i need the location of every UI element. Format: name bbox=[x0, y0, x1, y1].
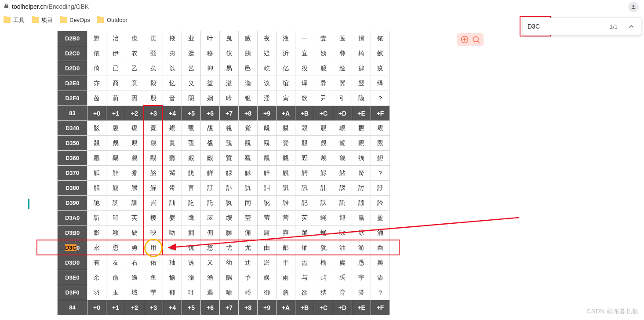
char-cell: 託 bbox=[201, 196, 220, 211]
char-cell: 訠 bbox=[352, 196, 371, 211]
char-cell: 永 bbox=[87, 240, 106, 255]
char-cell: 觮 bbox=[314, 166, 333, 181]
char-cell: 游 bbox=[352, 240, 371, 255]
char-cell: 恿 bbox=[106, 240, 125, 255]
char-cell: 觟 bbox=[106, 166, 125, 181]
char-cell: 裔 bbox=[106, 76, 125, 91]
bookmark-outdoor[interactable]: Outdoor bbox=[97, 17, 127, 23]
char-cell: 愚 bbox=[352, 255, 371, 270]
char-cell: 由 bbox=[258, 240, 277, 255]
lock-icon bbox=[4, 3, 9, 10]
char-cell: 右 bbox=[125, 255, 144, 270]
url-text[interactable]: toolhelper.cn/Encoding/GBK bbox=[12, 3, 89, 10]
char-cell: 觨 bbox=[220, 166, 239, 181]
char-cell: 予 bbox=[239, 270, 258, 285]
char-cell: ? bbox=[371, 166, 390, 181]
find-prev-button[interactable] bbox=[626, 21, 637, 32]
char-cell: 訃 bbox=[220, 181, 239, 196]
col-header: +2 bbox=[125, 106, 144, 121]
find-input[interactable] bbox=[528, 23, 605, 30]
row-header: D2B0 bbox=[58, 31, 87, 46]
char-cell: 应 bbox=[201, 211, 220, 225]
char-cell: 谊 bbox=[277, 76, 295, 91]
char-cell: 依 bbox=[87, 46, 106, 61]
col-header: +8 bbox=[239, 106, 258, 121]
char-cell: 觬 bbox=[277, 166, 295, 181]
char-cell: 訟 bbox=[333, 196, 352, 211]
char-cell: 咏 bbox=[333, 225, 352, 240]
char-cell: 觭 bbox=[295, 166, 314, 181]
svg-point-3 bbox=[473, 36, 478, 42]
gbk-table: D2B0野冶也页掖业叶曳腋夜液一壹医揖铱D2C0依伊衣颐夷遗移仪胰疑沂宜姨彝椅蚁… bbox=[57, 31, 390, 315]
char-cell: 訂 bbox=[201, 181, 220, 196]
char-cell: 泳 bbox=[352, 225, 371, 240]
char-cell: 益 bbox=[201, 76, 220, 91]
char-cell: 用 bbox=[144, 240, 163, 255]
char-cell: 仪 bbox=[220, 46, 239, 61]
char-cell: 银 bbox=[239, 91, 258, 106]
col-header: +9 bbox=[258, 106, 277, 121]
char-cell: 狱 bbox=[314, 285, 333, 300]
char-cell: 覑 bbox=[106, 121, 125, 136]
char-cell: 亦 bbox=[87, 76, 106, 91]
char-cell: 宜 bbox=[295, 46, 314, 61]
char-cell: 友 bbox=[106, 255, 125, 270]
char-cell: 覭 bbox=[258, 136, 277, 151]
bookmark-tools[interactable]: 工具 bbox=[4, 16, 25, 24]
char-cell: 訖 bbox=[182, 196, 201, 211]
char-cell: 覤 bbox=[106, 136, 125, 151]
char-cell: 雨 bbox=[277, 270, 295, 285]
char-cell: 艺 bbox=[182, 61, 201, 76]
char-cell: 樱 bbox=[144, 211, 163, 225]
char-cell: 遗 bbox=[182, 46, 201, 61]
char-cell: 有 bbox=[87, 255, 106, 270]
char-cell: 訞 bbox=[314, 196, 333, 211]
char-cell: 翼 bbox=[333, 76, 352, 91]
char-cell: 以 bbox=[163, 61, 182, 76]
char-cell: 峪 bbox=[239, 285, 258, 300]
char-cell: 肄 bbox=[352, 61, 371, 76]
col-header: +1 bbox=[106, 106, 125, 121]
char-cell: 姻 bbox=[201, 91, 220, 106]
char-cell: 吁 bbox=[182, 285, 201, 300]
char-cell: 屹 bbox=[258, 61, 277, 76]
char-cell: 影 bbox=[87, 225, 106, 240]
char-cell: 茵 bbox=[87, 91, 106, 106]
page-tool-overlay[interactable] bbox=[457, 33, 484, 46]
char-cell: 覠 bbox=[352, 121, 371, 136]
char-cell: 阴 bbox=[182, 91, 201, 106]
char-cell: 芋 bbox=[144, 285, 163, 300]
char-cell: 也 bbox=[125, 31, 144, 46]
char-cell: 野 bbox=[87, 31, 106, 46]
char-cell: 殷 bbox=[144, 91, 163, 106]
char-cell: 覱 bbox=[333, 136, 352, 151]
char-cell: 伊 bbox=[106, 46, 125, 61]
char-cell: 佣 bbox=[201, 225, 220, 240]
char-cell: 訊 bbox=[295, 181, 314, 196]
watermark: CSDN @东暮长歌 bbox=[586, 308, 639, 316]
char-cell: 吟 bbox=[220, 91, 239, 106]
char-cell: 踊 bbox=[295, 225, 314, 240]
char-cell: 已 bbox=[106, 61, 125, 76]
char-cell: 蚁 bbox=[371, 46, 390, 61]
char-cell: 英 bbox=[125, 211, 144, 225]
col-header: +8 bbox=[239, 300, 258, 315]
bookmark-devops[interactable]: DevOps bbox=[60, 17, 90, 23]
char-cell: 觷 bbox=[163, 181, 182, 196]
char-cell: 覿 bbox=[258, 151, 277, 166]
char-cell: 夷 bbox=[163, 46, 182, 61]
char-cell: 虞 bbox=[333, 255, 352, 270]
char-cell: 印 bbox=[106, 211, 125, 225]
char-cell: 缨 bbox=[220, 211, 239, 225]
char-cell: 訙 bbox=[220, 196, 239, 211]
row-header: D370 bbox=[58, 166, 87, 181]
char-cell: ? bbox=[371, 91, 390, 106]
col-header: +A bbox=[277, 106, 295, 121]
bookmark-projects[interactable]: 项目 bbox=[32, 16, 53, 24]
char-cell: 觱 bbox=[352, 166, 371, 181]
row-header: D380 bbox=[58, 181, 87, 196]
char-cell: 诣 bbox=[239, 76, 258, 91]
user-avatar[interactable] bbox=[628, 2, 639, 12]
char-cell: 忧 bbox=[220, 240, 239, 255]
char-cell: 覸 bbox=[144, 151, 163, 166]
